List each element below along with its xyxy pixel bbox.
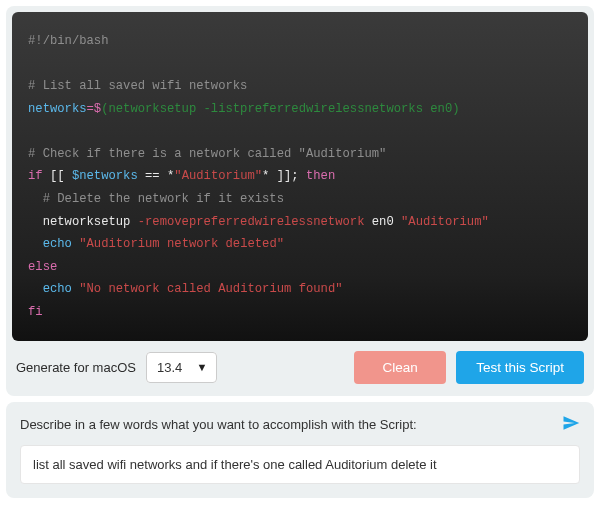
script-code-area: #!/bin/bash # List all saved wifi networ…: [12, 12, 588, 341]
toolbar: Generate for macOS 13.4 ▼ Clean Test thi…: [12, 341, 588, 390]
code-flag: -removepreferredwirelessnetwork: [138, 215, 365, 229]
code-comment: # Check if there is a network called "Au…: [28, 147, 386, 161]
prompt-input[interactable]: [20, 445, 580, 484]
generate-label: Generate for macOS: [16, 360, 136, 375]
code-string: "Auditorium network deleted": [79, 237, 284, 251]
code-variable: $networks: [72, 169, 138, 183]
code-keyword-if: if: [28, 169, 43, 183]
bottom-panel: Describe in a few words what you want to…: [6, 402, 594, 498]
code-substitution: (networksetup -listpreferredwirelessnetw…: [101, 102, 459, 116]
code-shebang: #!/bin/bash: [28, 34, 108, 48]
send-icon[interactable]: [562, 414, 580, 435]
test-script-button[interactable]: Test this Script: [456, 351, 584, 384]
prompt-row: Describe in a few words what you want to…: [20, 414, 580, 435]
version-select[interactable]: 13.4 ▼: [146, 360, 217, 375]
code-variable: networks: [28, 102, 87, 116]
code-echo: echo: [43, 237, 72, 251]
code-indent: [28, 237, 43, 251]
code-text: * ]];: [262, 169, 306, 183]
code-command: networksetup: [43, 215, 138, 229]
clean-button[interactable]: Clean: [354, 351, 446, 384]
prompt-label: Describe in a few words what you want to…: [20, 417, 417, 432]
code-string: "Auditorium": [401, 215, 489, 229]
code-string: "No network called Auditorium found": [79, 282, 342, 296]
code-text: == *: [138, 169, 175, 183]
code-string: "Auditorium": [174, 169, 262, 183]
code-indent: [28, 215, 43, 229]
version-select-value: 13.4: [146, 352, 217, 383]
code-keyword-fi: fi: [28, 305, 43, 319]
code-keyword-else: else: [28, 260, 57, 274]
code-arg: en0: [364, 215, 401, 229]
top-panel: #!/bin/bash # List all saved wifi networ…: [6, 6, 594, 396]
code-operator: =$: [87, 102, 102, 116]
code-comment: # Delete the network if it exists: [28, 192, 284, 206]
code-keyword-then: then: [306, 169, 335, 183]
code-text: [[: [43, 169, 72, 183]
code-comment: # List all saved wifi networks: [28, 79, 247, 93]
code-echo: echo: [43, 282, 72, 296]
code-indent: [28, 282, 43, 296]
